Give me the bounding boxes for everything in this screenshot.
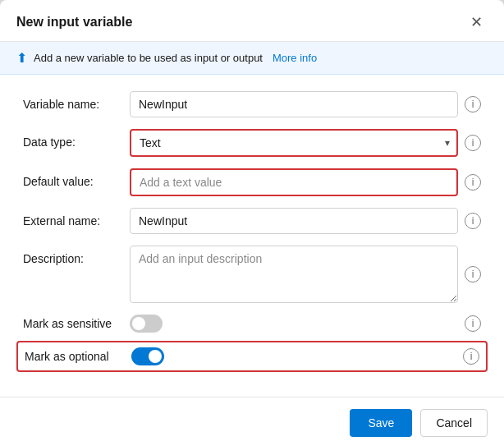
- mark-optional-toggle-wrap: i: [131, 347, 479, 365]
- default-value-row: Default value: i: [23, 168, 481, 196]
- dialog-header: New input variable ✕: [0, 0, 504, 42]
- mark-optional-slider: [131, 347, 164, 365]
- more-info-link[interactable]: More info: [273, 52, 317, 64]
- description-info-icon[interactable]: i: [465, 266, 481, 283]
- data-type-select[interactable]: Text Number Boolean List DateTime: [130, 129, 458, 157]
- default-value-label: Default value:: [23, 168, 130, 188]
- variable-name-label: Variable name:: [23, 91, 130, 111]
- new-input-variable-dialog: New input variable ✕ ⬆ Add a new variabl…: [0, 0, 504, 441]
- description-control: i: [130, 246, 481, 303]
- external-name-row: External name: i: [23, 208, 481, 234]
- default-value-control: i: [130, 168, 481, 196]
- data-type-control: Text Number Boolean List DateTime ▾ i: [130, 129, 481, 157]
- save-button[interactable]: Save: [350, 409, 412, 437]
- mark-sensitive-info-icon[interactable]: i: [465, 315, 481, 332]
- mark-sensitive-row: Mark as sensitive i: [23, 315, 481, 333]
- mark-sensitive-toggle-wrap: i: [130, 315, 481, 333]
- variable-name-info-icon[interactable]: i: [465, 96, 481, 113]
- info-banner-text: Add a new variable to be used as input o…: [34, 52, 263, 64]
- close-button[interactable]: ✕: [465, 13, 488, 31]
- upload-icon: ⬆: [16, 50, 27, 66]
- mark-sensitive-slider: [130, 315, 163, 333]
- mark-optional-info-icon[interactable]: i: [463, 348, 479, 365]
- data-type-label: Data type:: [23, 129, 130, 149]
- variable-name-row: Variable name: i: [23, 91, 481, 117]
- mark-optional-row: Mark as optional i: [16, 341, 488, 372]
- mark-sensitive-label: Mark as sensitive: [23, 317, 130, 330]
- dialog-title: New input variable: [16, 15, 132, 30]
- description-label: Description:: [23, 246, 130, 265]
- cancel-button[interactable]: Cancel: [420, 409, 488, 437]
- default-value-input[interactable]: [130, 168, 458, 196]
- description-textarea[interactable]: [130, 246, 458, 303]
- info-banner: ⬆ Add a new variable to be used as input…: [0, 42, 504, 75]
- external-name-label: External name:: [23, 208, 130, 227]
- data-type-row: Data type: Text Number Boolean List Date…: [23, 129, 481, 157]
- mark-optional-toggle[interactable]: [131, 347, 164, 365]
- default-value-info-icon[interactable]: i: [465, 174, 481, 191]
- data-type-select-wrap: Text Number Boolean List DateTime ▾: [130, 129, 458, 157]
- external-name-input[interactable]: [130, 208, 458, 234]
- external-name-info-icon[interactable]: i: [465, 213, 481, 229]
- external-name-control: i: [130, 208, 481, 234]
- variable-name-input[interactable]: [130, 91, 458, 117]
- variable-name-control: i: [130, 91, 481, 117]
- dialog-body: Variable name: i Data type: Text Number …: [0, 75, 504, 397]
- mark-optional-label: Mark as optional: [25, 350, 131, 363]
- dialog-footer: Save Cancel: [0, 397, 504, 441]
- data-type-info-icon[interactable]: i: [465, 135, 481, 151]
- description-row: Description: i: [23, 246, 481, 303]
- mark-sensitive-toggle[interactable]: [130, 315, 163, 333]
